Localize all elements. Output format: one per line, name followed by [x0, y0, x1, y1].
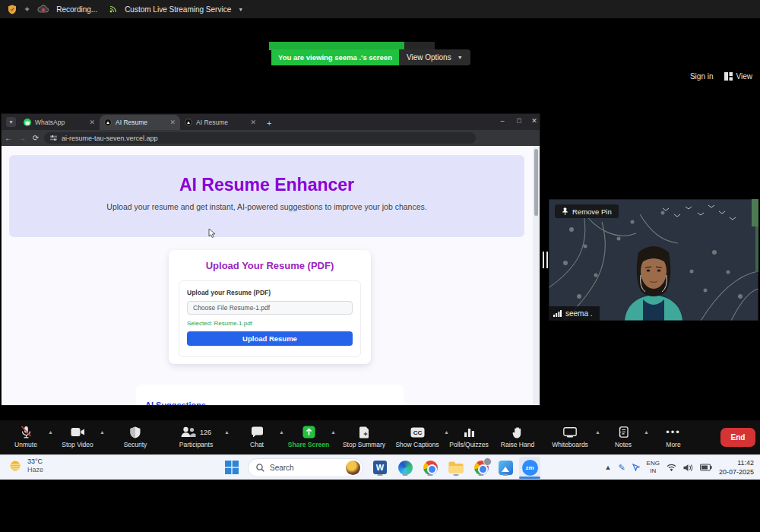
share-screen-icon: [302, 426, 315, 439]
selected-file-text: Selected: Resume-1.pdf: [187, 320, 353, 327]
vercel-favicon: ▲: [104, 119, 112, 126]
tab-whatsapp[interactable]: ☎ WhatsApp ✕: [19, 115, 100, 130]
sign-in-button[interactable]: Sign in: [690, 72, 714, 81]
more-button[interactable]: ••• More: [638, 426, 708, 448]
participants-button[interactable]: 126 Participants ▲: [161, 426, 231, 448]
grid-view-icon: [724, 72, 733, 81]
back-icon[interactable]: ←: [2, 134, 15, 142]
address-bar[interactable]: ai-resume-tau-seven.vercel.app: [44, 132, 476, 144]
panel-drag-handle[interactable]: [543, 252, 548, 268]
upload-resume-button[interactable]: Upload Resume: [187, 331, 353, 346]
meeting-header: ✦ Recording... Custom Live Streaming Ser…: [0, 0, 760, 18]
taskbar-app-chrome[interactable]: [421, 458, 439, 477]
weather-condition: Haze: [27, 466, 43, 474]
search-icon: [256, 464, 264, 472]
browser-maximize-button[interactable]: □: [511, 114, 527, 128]
tray-chevron-icon[interactable]: ▲: [604, 464, 611, 471]
raise-hand-icon: [512, 426, 523, 439]
taskbar-app-chrome-profile[interactable]: [472, 458, 490, 477]
live-stream-icon: [109, 5, 118, 14]
url-text: ai-resume-tau-seven.vercel.app: [62, 135, 158, 142]
svg-text:CC: CC: [413, 429, 422, 436]
view-button[interactable]: View: [724, 72, 753, 81]
more-icon: •••: [666, 426, 681, 439]
active-app-indicator: [519, 477, 540, 479]
chrome-icon: [474, 461, 489, 475]
whatsapp-favicon: ☎: [24, 119, 31, 126]
weather-widget[interactable]: 33°C Haze: [8, 458, 43, 475]
view-options-button[interactable]: View Options ▼: [399, 49, 470, 65]
background-wall: [752, 199, 758, 226]
recording-label[interactable]: Recording...: [56, 5, 97, 14]
taskbar-app-photos[interactable]: [496, 458, 515, 477]
zoom-app-icon: zm: [522, 460, 538, 476]
participant-video-tile[interactable]: Remove Pin seema .: [549, 199, 758, 321]
reload-icon[interactable]: ⟳: [29, 134, 43, 142]
end-meeting-button[interactable]: End: [720, 428, 755, 447]
touch-pointer-icon[interactable]: [632, 464, 640, 471]
pen-icon[interactable]: ✎: [618, 463, 625, 473]
signal-bars-icon: [553, 310, 562, 317]
remove-pin-button[interactable]: Remove Pin: [555, 204, 619, 218]
file-input[interactable]: Choose File Resume-1.pdf: [187, 301, 353, 315]
taskbar-app-edge[interactable]: [396, 458, 414, 477]
tab-close-icon[interactable]: ✕: [169, 119, 176, 126]
upload-card-title: Upload Your Resume (PDF): [169, 250, 371, 271]
page-scrollbar[interactable]: [533, 146, 540, 405]
edge-icon: [398, 461, 413, 475]
windows-taskbar: 33°C Haze Search W zm ▲ ✎ ENG IN: [0, 454, 760, 480]
battery-icon[interactable]: [700, 464, 712, 471]
start-button[interactable]: [225, 461, 239, 474]
taskbar-app-word[interactable]: W: [371, 458, 389, 477]
bing-daily-image[interactable]: [346, 461, 360, 475]
scrollbar-thumb[interactable]: [534, 149, 538, 216]
wifi-icon[interactable]: [667, 464, 676, 471]
screen: zm Zoom Meeting – □ ✕ You are viewing se…: [0, 0, 760, 532]
clock[interactable]: 11:42 20-07-2025: [719, 458, 754, 477]
webpage: AI Resume Enhancer Upload your resume an…: [2, 146, 540, 405]
participants-icon: [181, 426, 196, 438]
security-button[interactable]: Security: [100, 426, 170, 448]
browser-minimize-button[interactable]: –: [494, 114, 511, 128]
pin-icon: [562, 207, 568, 216]
tab-search-icon[interactable]: ▼: [6, 117, 16, 127]
mouse-cursor: [208, 228, 217, 239]
tray-date: 20-07-2025: [719, 467, 754, 477]
file-field-label: Upload your Resume (PDF): [187, 289, 353, 296]
chevron-down-icon[interactable]: ▼: [238, 7, 243, 12]
profile-badge: [483, 458, 492, 466]
taskbar-app-explorer[interactable]: [447, 458, 465, 477]
search-box[interactable]: Search: [248, 458, 363, 477]
shield-icon: [130, 426, 141, 439]
chevron-down-icon: ▼: [458, 55, 463, 60]
browser-toolbar: ← → ⟳ ai-resume-tau-seven.vercel.app ☆ ⋮: [2, 130, 540, 146]
forward-icon[interactable]: →: [15, 134, 29, 142]
tab-close-icon[interactable]: ✕: [89, 119, 95, 126]
language-indicator[interactable]: ENG IN: [647, 460, 660, 476]
folder-icon: [448, 461, 464, 473]
participant-name-tag: seema .: [549, 306, 600, 321]
background-wall: [755, 226, 758, 272]
meeting-toolbar: Unmute ▲ Stop Video ▲ Security 126 Parti…: [0, 420, 760, 454]
page-title: AI Resume Enhancer: [9, 175, 524, 195]
camera-icon: [71, 427, 85, 437]
upload-card: Upload Your Resume (PDF) Upload your Res…: [169, 250, 371, 364]
suggestions-card: AI Suggestions: [136, 385, 404, 405]
weather-sun-icon: [8, 458, 23, 473]
polls-icon: [464, 426, 475, 438]
cloud-recording-icon: [37, 5, 49, 14]
mic-muted-icon: [21, 426, 32, 439]
summary-icon: [359, 426, 369, 439]
streaming-service-label[interactable]: Custom Live Streaming Service: [125, 5, 231, 14]
page-subtitle: Upload your resume and get instant, AI-p…: [103, 201, 430, 213]
volume-icon[interactable]: [683, 464, 693, 472]
new-tab-button[interactable]: +: [267, 119, 271, 128]
browser-close-button[interactable]: ✕: [526, 114, 543, 128]
sparkle-icon: ✦: [24, 5, 30, 14]
tab-ai-resume-2[interactable]: ▲ AI Resume ✕: [180, 115, 261, 130]
weather-temp: 33°C: [27, 458, 43, 466]
tab-close-icon[interactable]: ✕: [250, 119, 256, 126]
suggestions-title: AI Suggestions: [145, 401, 206, 405]
tab-ai-resume-active[interactable]: ▲ AI Resume ✕: [100, 115, 180, 130]
taskbar-app-zoom[interactable]: zm: [521, 458, 539, 477]
